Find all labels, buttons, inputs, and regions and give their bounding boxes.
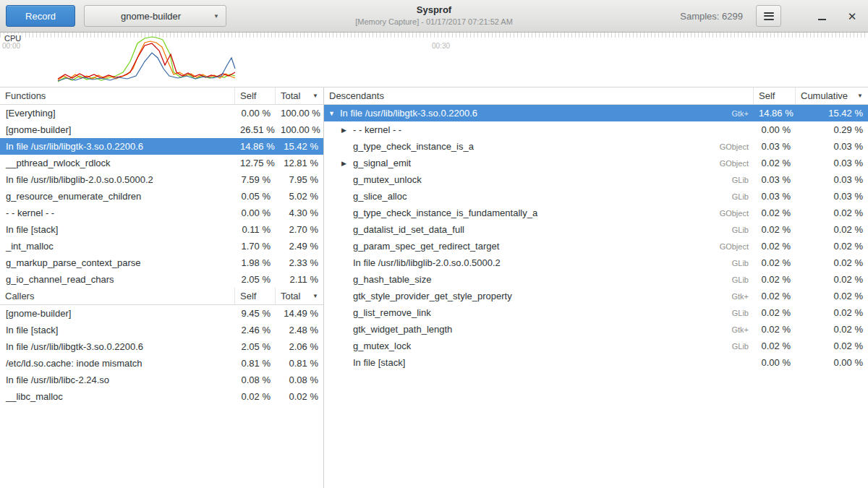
table-row[interactable]: [Everything]0.00 %100.00 % xyxy=(0,105,323,121)
descendant-row[interactable]: g_hash_table_sizeGLib0.02 %0.02 % xyxy=(324,271,868,288)
cumulative-column-header[interactable]: Cumulative ▼ xyxy=(796,87,868,104)
self-value: 0.00 % xyxy=(754,357,796,368)
cumulative-value: 0.02 % xyxy=(796,224,868,235)
self-value: 0.03 % xyxy=(754,191,796,202)
expander-closed-icon[interactable]: ▶ xyxy=(341,127,353,134)
self-value: 0.02 % xyxy=(754,241,796,252)
self-column-header[interactable]: Self xyxy=(235,87,276,104)
table-row[interactable]: [gnome-builder]26.51 %100.00 % xyxy=(0,121,323,138)
descendant-row[interactable]: gtk_widget_path_lengthGtk+0.02 %0.02 % xyxy=(324,321,868,338)
descendant-row[interactable]: g_param_spec_get_redirect_targetGObject0… xyxy=(324,238,868,254)
cumulative-value: 0.02 % xyxy=(796,291,868,301)
function-name: g_signal_emit xyxy=(353,158,411,168)
chevron-down-icon: ▼ xyxy=(213,13,219,20)
descendant-name-cell: g_type_check_instance_is_aGObject xyxy=(324,141,754,152)
descendant-row[interactable]: ▼In file /usr/lib/libgtk-3.so.0.2200.6Gt… xyxy=(324,105,868,121)
descendants-self-column-header[interactable]: Self xyxy=(754,87,796,104)
cpu-usage-graph xyxy=(0,33,868,87)
cpu-red-line xyxy=(58,43,235,79)
table-row[interactable]: In file [stack]0.11 %2.70 % xyxy=(0,221,323,238)
descendant-name-cell: g_mutex_unlockGLib xyxy=(324,174,754,185)
table-row[interactable]: __pthread_rwlock_rdlock12.75 %12.81 % xyxy=(0,155,323,171)
function-name: g_resource_enumerate_children xyxy=(0,191,235,202)
library-badge: Gtk+ xyxy=(724,109,749,118)
function-name: In file [stack] xyxy=(0,224,235,235)
descendant-row[interactable]: gtk_style_provider_get_style_propertyGtk… xyxy=(324,288,868,304)
table-row[interactable]: In file [stack]2.46 %2.48 % xyxy=(0,322,323,338)
cumulative-value: 0.02 % xyxy=(796,307,868,318)
table-row[interactable]: g_markup_parse_context_parse1.98 %2.33 % xyxy=(0,254,323,271)
close-button[interactable]: ✕ xyxy=(842,6,862,26)
function-name: g_hash_table_size xyxy=(353,274,431,285)
total-value: 12.81 % xyxy=(276,158,323,168)
descendant-name-cell: gtk_widget_path_lengthGtk+ xyxy=(324,324,754,335)
table-row[interactable]: In file /usr/lib/libc-2.24.so0.08 %0.08 … xyxy=(0,372,323,388)
right-pane: Descendants Self Cumulative ▼ ▼In file /… xyxy=(324,87,868,488)
function-name: [gnome-builder] xyxy=(0,124,235,135)
library-badge: GLib xyxy=(725,342,749,351)
descendant-row[interactable]: g_mutex_lockGLib0.02 %0.02 % xyxy=(324,338,868,354)
library-badge: GObject xyxy=(712,142,749,151)
descendant-row[interactable]: ▶- - kernel - -0.00 %0.29 % xyxy=(324,121,868,138)
callers-total-column-label: Total xyxy=(281,291,300,301)
descendant-row[interactable]: g_datalist_id_set_data_fullGLib0.02 %0.0… xyxy=(324,221,868,238)
descendant-row[interactable]: ▶g_signal_emitGObject0.02 %0.03 % xyxy=(324,155,868,171)
record-button[interactable]: Record xyxy=(6,5,75,27)
self-value: 0.00 % xyxy=(235,108,276,119)
minimize-button[interactable] xyxy=(812,6,832,26)
table-row[interactable]: _int_malloc1.70 %2.49 % xyxy=(0,238,323,254)
self-value: 0.03 % xyxy=(754,141,796,152)
callers-total-column-header[interactable]: Total ▼ xyxy=(276,288,323,304)
descendants-table-body: ▼In file /usr/lib/libgtk-3.so.0.2200.6Gt… xyxy=(324,105,868,371)
self-value: 0.02 % xyxy=(754,307,796,318)
descendant-row[interactable]: In file [stack]0.00 %0.00 % xyxy=(324,354,868,371)
function-name: gtk_style_provider_get_style_property xyxy=(353,291,512,301)
callers-self-column-header[interactable]: Self xyxy=(235,288,276,304)
table-row[interactable]: [gnome-builder]9.45 %14.49 % xyxy=(0,305,323,322)
cumulative-value: 0.03 % xyxy=(796,191,868,202)
functions-table-body: [Everything]0.00 %100.00 %[gnome-builder… xyxy=(0,105,323,288)
table-row[interactable]: - - kernel - -0.00 %4.30 % xyxy=(0,205,323,221)
descendant-name-cell: g_list_remove_linkGLib xyxy=(324,307,754,318)
descendant-row[interactable]: g_mutex_unlockGLib0.03 %0.03 % xyxy=(324,171,868,188)
table-row[interactable]: g_resource_enumerate_children0.05 %5.02 … xyxy=(0,188,323,205)
descendant-row[interactable]: In file /usr/lib/libglib-2.0.so.0.5000.2… xyxy=(324,254,868,271)
function-name: __pthread_rwlock_rdlock xyxy=(0,158,235,168)
table-row[interactable]: In file /usr/lib/libglib-2.0.so.0.5000.2… xyxy=(0,171,323,188)
app-title: Sysprof xyxy=(355,4,513,17)
descendant-name-cell: g_mutex_lockGLib xyxy=(324,341,754,351)
library-badge: GLib xyxy=(725,309,749,317)
descendant-name-cell: g_type_check_instance_is_fundamentally_a… xyxy=(324,207,754,218)
window-title-area: Sysprof [Memory Capture] - 01/17/2017 07… xyxy=(355,4,513,27)
cpu-timeline[interactable]: CPU 00:00 00:30 xyxy=(0,33,868,87)
functions-column-header[interactable]: Functions xyxy=(0,87,235,104)
self-value: 14.86 % xyxy=(754,108,796,119)
descendant-row[interactable]: g_type_check_instance_is_fundamentally_a… xyxy=(324,205,868,221)
menu-button[interactable] xyxy=(756,5,781,27)
descendant-name-cell: ▶- - kernel - - xyxy=(324,124,754,135)
descendants-column-header[interactable]: Descendants xyxy=(324,87,754,104)
self-value: 0.02 % xyxy=(754,158,796,168)
table-row[interactable]: __libc_malloc0.02 %0.02 % xyxy=(0,388,323,405)
descendant-row[interactable]: g_slice_allocGLib0.03 %0.03 % xyxy=(324,188,868,205)
descendant-name-cell: In file /usr/lib/libglib-2.0.so.0.5000.2… xyxy=(324,257,754,268)
function-name: In file /usr/lib/libglib-2.0.so.0.5000.2 xyxy=(353,257,501,268)
process-selector[interactable]: gnome-builder ▼ xyxy=(84,5,226,27)
expander-open-icon[interactable]: ▼ xyxy=(328,110,340,117)
table-row[interactable]: g_io_channel_read_chars2.05 %2.11 % xyxy=(0,271,323,288)
function-name: [Everything] xyxy=(0,108,235,119)
self-value: 12.75 % xyxy=(235,158,276,168)
descendant-row[interactable]: g_type_check_instance_is_aGObject0.03 %0… xyxy=(324,138,868,155)
function-name: g_slice_alloc xyxy=(353,191,407,202)
callers-column-header[interactable]: Callers xyxy=(0,288,235,304)
callers-table-body: [gnome-builder]9.45 %14.49 %In file [sta… xyxy=(0,305,323,405)
total-column-header[interactable]: Total ▼ xyxy=(276,87,323,104)
table-row[interactable]: In file /usr/lib/libgtk-3.so.0.2200.62.0… xyxy=(0,338,323,355)
self-value: 0.02 % xyxy=(754,324,796,335)
expander-closed-icon[interactable]: ▶ xyxy=(341,160,353,167)
table-row[interactable]: In file /usr/lib/libgtk-3.so.0.2200.614.… xyxy=(0,138,323,155)
table-row[interactable]: /etc/ld.so.cache: inode mismatch0.81 %0.… xyxy=(0,355,323,372)
descendant-row[interactable]: g_list_remove_linkGLib0.02 %0.02 % xyxy=(324,304,868,321)
cumulative-value: 0.02 % xyxy=(796,257,868,268)
self-value: 0.02 % xyxy=(754,291,796,301)
